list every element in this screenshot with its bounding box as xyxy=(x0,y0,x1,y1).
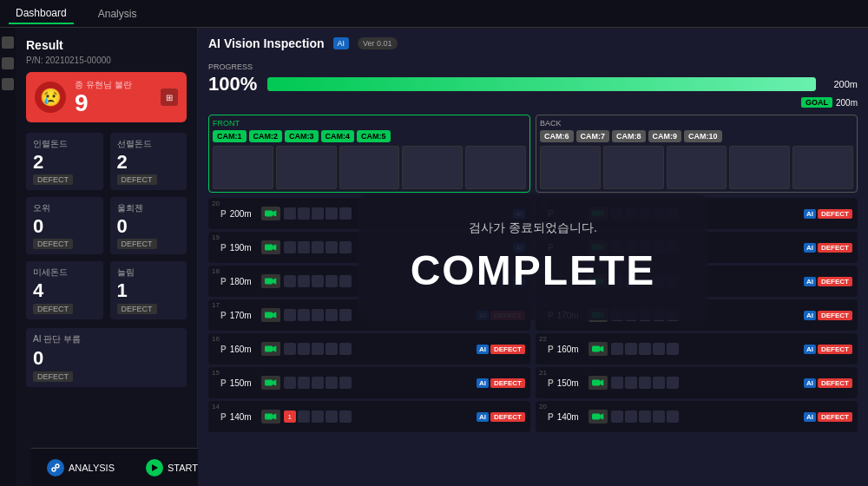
table-row[interactable]: 14P140m1AIDEFECT xyxy=(208,401,530,432)
table-row[interactable]: 21P150mAIDEFECT xyxy=(536,367,858,398)
dot xyxy=(339,410,352,423)
defect-mini-badge: DEFECT xyxy=(490,345,525,354)
row-dist: 160m xyxy=(557,345,585,354)
analysis-icon xyxy=(47,459,64,476)
table-row[interactable]: 22P160mAIDEFECT xyxy=(536,333,858,364)
ai-defect-badge: DEFECT xyxy=(33,371,73,382)
cam-button[interactable]: CAM:7 xyxy=(576,130,610,142)
table-row[interactable]: 16P160mAIDEFECT xyxy=(208,333,530,364)
stat-value: 4 xyxy=(33,280,96,301)
complete-box[interactable]: 검사가 종료되었습니다. COMPLETE xyxy=(358,194,708,320)
row-dots xyxy=(611,343,800,355)
row-p: P xyxy=(548,412,554,422)
row-num: 20 xyxy=(539,403,547,410)
row-dots xyxy=(284,377,473,389)
cam-preview xyxy=(729,146,790,189)
start-button[interactable]: START xyxy=(146,459,198,476)
row-dist: 140m xyxy=(230,412,258,422)
stat-item: 오위 0 DEFECT xyxy=(26,197,103,254)
dot xyxy=(653,343,665,355)
start-label: START xyxy=(168,463,198,473)
defect-badge: DEFECT xyxy=(33,174,73,185)
progress-bar xyxy=(267,77,816,91)
dot xyxy=(326,410,338,423)
ver-badge: Ver 0.01 xyxy=(358,37,398,49)
back-label: BACK xyxy=(540,119,853,128)
start-icon xyxy=(146,459,163,476)
cam-icon xyxy=(589,410,608,424)
dot xyxy=(312,377,324,389)
dot xyxy=(298,275,310,287)
cam-preview xyxy=(667,146,727,189)
svg-marker-11 xyxy=(273,312,276,319)
dot xyxy=(284,377,296,389)
goal-value: 200m xyxy=(836,98,858,108)
ai-badge: AI xyxy=(333,37,350,49)
dot xyxy=(312,241,324,253)
cam-area: FRONT CAM:1CAM:2CAM:3CAM:4CAM:5 BACK CAM… xyxy=(198,115,868,193)
dot xyxy=(326,377,338,389)
nav-tab-dashboard[interactable]: Dashboard xyxy=(9,3,74,24)
front-cam-section: FRONT CAM:1CAM:2CAM:3CAM:4CAM:5 xyxy=(208,115,530,193)
front-cam-list: CAM:1CAM:2CAM:3CAM:4CAM:5 xyxy=(213,130,526,142)
cam-button[interactable]: CAM:9 xyxy=(648,130,682,142)
defect-mini-badge: DEFECT xyxy=(490,378,525,388)
bottom-buttons: ANALYSIS START xyxy=(31,448,214,486)
row-p: P xyxy=(220,345,227,354)
dot xyxy=(326,309,338,321)
dot xyxy=(284,207,296,220)
svg-marker-31 xyxy=(600,414,603,420)
progress-pct: 100% xyxy=(208,73,260,95)
cam-preview xyxy=(276,146,337,189)
row-dist: 150m xyxy=(557,378,585,388)
ai-mini-badge: AI xyxy=(804,209,816,219)
cam-button[interactable]: CAM:3 xyxy=(285,130,319,142)
cam-preview xyxy=(402,146,463,189)
cam-preview xyxy=(213,146,273,189)
stat-item: 미세돈드 4 DEFECT xyxy=(26,261,103,319)
red-card-value: 9 xyxy=(75,91,152,115)
dot xyxy=(298,377,310,389)
table-row[interactable]: 20P140mAIDEFECT xyxy=(536,401,858,432)
side-icons xyxy=(0,28,16,486)
analysis-button[interactable]: ANALYSIS xyxy=(47,459,115,476)
dot xyxy=(339,207,352,220)
cam-button[interactable]: CAM:10 xyxy=(684,130,722,142)
cam-icon xyxy=(261,274,280,288)
row-p: P xyxy=(548,345,554,354)
cam-button[interactable]: CAM:2 xyxy=(249,130,283,142)
stat-value: 0 xyxy=(117,216,181,237)
cam-button[interactable]: CAM:1 xyxy=(213,130,247,142)
cam-button[interactable]: CAM:8 xyxy=(612,130,646,142)
ai-mini-badge: AI xyxy=(804,412,816,422)
ai-mini-badge: AI xyxy=(804,311,816,320)
cam-button[interactable]: CAM:5 xyxy=(357,130,391,142)
cam-icon xyxy=(261,376,280,390)
stat-value: 1 xyxy=(117,280,181,301)
row-p: P xyxy=(220,277,227,286)
cam-button[interactable]: CAM:6 xyxy=(540,130,574,142)
svg-rect-6 xyxy=(265,245,273,251)
complete-text: COMPLETE xyxy=(411,246,656,294)
defect-badge: DEFECT xyxy=(117,174,157,185)
red-card-icon[interactable]: ⊞ xyxy=(161,89,178,106)
dot xyxy=(284,241,296,253)
stat-item: 늘림 1 DEFECT xyxy=(110,261,187,319)
defect-mini-badge: DEFECT xyxy=(818,311,852,320)
ai-mini-badge: AI xyxy=(804,243,816,253)
cam-button[interactable]: CAM:4 xyxy=(321,130,355,142)
table-row[interactable]: 15P150mAIDEFECT xyxy=(208,367,530,398)
row-num: 16 xyxy=(212,335,220,343)
progress-end-label: 200m xyxy=(823,79,858,89)
progress-row: 100% 200m xyxy=(208,73,858,95)
result-title: Result xyxy=(26,38,187,52)
sad-face-icon: 😢 xyxy=(35,82,66,113)
row-p: P xyxy=(220,243,227,253)
dot xyxy=(298,343,310,355)
svg-marker-15 xyxy=(273,380,276,386)
svg-rect-4 xyxy=(265,211,273,217)
defect-mini-badge: DEFECT xyxy=(818,412,852,422)
stat-label: 울회젠 xyxy=(117,202,181,214)
row-dist: 170m xyxy=(230,311,258,320)
nav-tab-analysis[interactable]: Analysis xyxy=(91,4,144,23)
